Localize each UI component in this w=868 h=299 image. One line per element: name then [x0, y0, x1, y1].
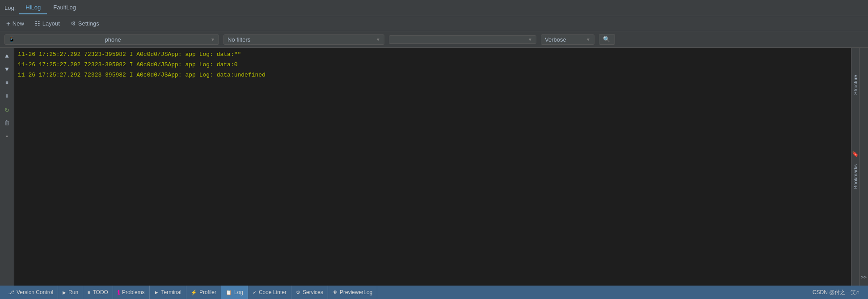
tab-faultlog[interactable]: FaultLog — [47, 1, 82, 14]
tab-hilog[interactable]: HiLog — [19, 1, 47, 14]
bookmark-icon: 🔖 — [852, 151, 859, 158]
layout-label: Layout — [42, 20, 60, 27]
version-control-item[interactable]: ⎇ Version Control — [4, 286, 58, 299]
log-icon: 📋 — [226, 290, 232, 295]
no-filters-value: No filters — [228, 36, 250, 43]
verbose-value: Verbose — [545, 36, 566, 43]
gear-icon: ⚙ — [71, 20, 76, 27]
info-icon: ℹ — [118, 289, 120, 296]
previewer-log-item[interactable]: 👁 PreviewerLog — [328, 286, 377, 299]
log-item[interactable]: 📋 Log — [221, 286, 248, 299]
new-button[interactable]: + New — [4, 19, 26, 28]
version-control-label: Version Control — [17, 289, 53, 295]
services-item[interactable]: ⚙ Services — [291, 286, 328, 299]
terminal-icon: ► — [154, 290, 159, 295]
device-select[interactable]: 📱 phone ▼ — [4, 34, 219, 45]
main-area: ▲ ▼ ≡ ⬇ ↻ 🗑 ▪ 11-26 17:25:27.292 72323-3… — [0, 48, 868, 286]
code-linter-item[interactable]: ✓ Code Linter — [248, 286, 291, 299]
terminal-item[interactable]: ► Terminal — [150, 286, 186, 299]
search-button[interactable]: 🔍 — [599, 34, 615, 45]
left-sidebar: ▲ ▼ ≡ ⬇ ↻ 🗑 ▪ — [0, 48, 14, 286]
refresh-button[interactable]: ↻ — [1, 103, 13, 116]
log-line-3: 11-26 17:25:27.292 72323-395982 I A0c0d0… — [14, 70, 851, 81]
new-label: New — [13, 20, 24, 27]
nofilters-chevron: ▼ — [376, 37, 380, 42]
toolbar: + New ☷ Layout ⚙ Settings — [0, 16, 868, 31]
speed-icon: ⚡ — [191, 290, 197, 295]
no-filters-select[interactable]: No filters ▼ — [223, 34, 384, 45]
right-status: CSDN @付之一笑∩ — [808, 289, 864, 296]
device-value: phone — [105, 36, 121, 43]
phone-icon: 📱 — [8, 36, 15, 43]
branch-icon: ⎇ — [8, 289, 14, 295]
plus-icon: + — [6, 20, 10, 27]
layout-button[interactable]: ☷ Layout — [33, 19, 62, 28]
structure-label: Structure — [853, 75, 858, 95]
right-text: CSDN @付之一笑∩ — [813, 289, 860, 296]
bookmarks-label: Bookmarks — [853, 164, 858, 189]
log-line-2: 11-26 17:25:27.292 72323-395982 I A0c0d0… — [14, 60, 851, 70]
services-icon: ⚙ — [296, 290, 300, 295]
code-linter-label: Code Linter — [259, 289, 287, 295]
profiler-label: Profiler — [199, 289, 216, 295]
wrap-lines-button[interactable]: ≡ — [1, 77, 13, 89]
layout-icon: ☷ — [35, 20, 40, 27]
previewer-log-label: PreviewerLog — [340, 289, 372, 295]
terminal-label: Terminal — [161, 289, 181, 295]
check-icon: ✓ — [253, 290, 257, 295]
extra-filter-select[interactable]: ▼ — [389, 35, 536, 44]
settings-button[interactable]: ⚙ Settings — [69, 19, 101, 28]
run-label: Run — [68, 289, 78, 295]
scroll-bottom-button[interactable]: ⬇ — [1, 90, 13, 103]
run-item[interactable]: ▶ Run — [58, 286, 83, 299]
device-chevron: ▼ — [211, 37, 215, 42]
delete-button[interactable]: 🗑 — [1, 117, 13, 129]
play-icon: ▶ — [63, 290, 66, 295]
settings-label: Settings — [78, 20, 99, 27]
todo-item[interactable]: ≡ TODO — [83, 286, 113, 299]
log-content: 11-26 17:25:27.292 72323-395982 I A0c0d0… — [14, 48, 851, 286]
more-button[interactable]: >> — [859, 273, 868, 282]
list-icon: ≡ — [88, 290, 90, 295]
log-line-1: 11-26 17:25:27.292 72323-395982 I A0c0d0… — [14, 50, 851, 60]
scroll-up-button[interactable]: ▲ — [1, 50, 13, 62]
todo-label: TODO — [93, 289, 108, 295]
profiler-item[interactable]: ⚡ Profiler — [186, 286, 221, 299]
eye-icon: 👁 — [333, 290, 337, 295]
extra-chevron: ▼ — [528, 37, 532, 42]
filter-row: 📱 phone ▼ No filters ▼ ▼ Verbose ▼ 🔍 — [0, 31, 868, 48]
status-bar: ⎇ Version Control ▶ Run ≡ TODO ℹ Problem… — [0, 286, 868, 299]
search-icon: 🔍 — [603, 36, 610, 43]
scroll-down-button[interactable]: ▼ — [1, 63, 13, 76]
verbose-chevron: ▼ — [586, 37, 590, 42]
log-label: Log — [234, 289, 243, 295]
pause-button[interactable]: ▪ — [1, 130, 13, 143]
tab-bar: Log: HiLog FaultLog — [0, 0, 868, 16]
log-static-label: Log: — [4, 4, 16, 11]
problems-label: Problems — [122, 289, 145, 295]
problems-item[interactable]: ℹ Problems — [113, 286, 150, 299]
services-label: Services — [303, 289, 323, 295]
verbose-select[interactable]: Verbose ▼ — [541, 34, 594, 45]
